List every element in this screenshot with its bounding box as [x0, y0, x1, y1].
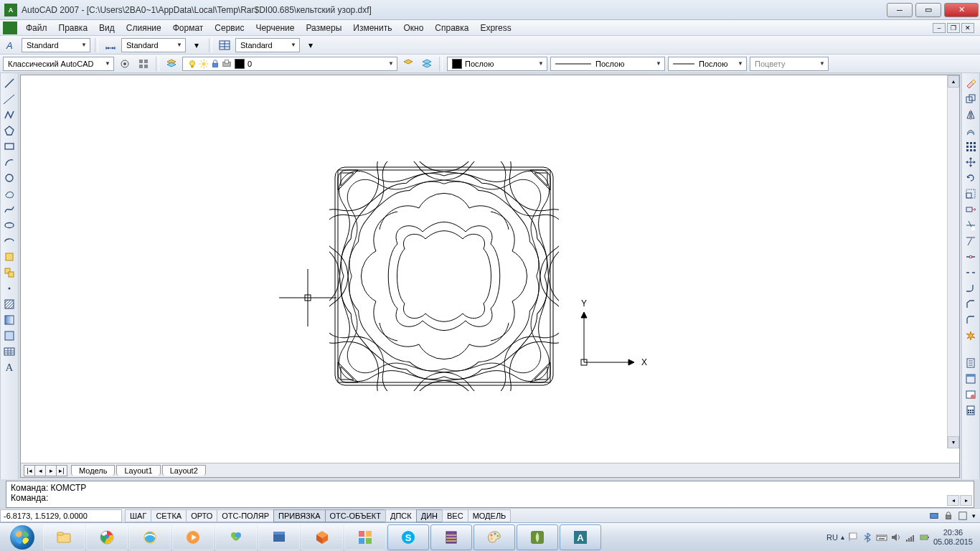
taskbar-app3[interactable]: [344, 524, 386, 550]
copy-icon[interactable]: [963, 92, 978, 106]
scroll-up-icon[interactable]: ▴: [948, 75, 959, 88]
line-icon[interactable]: [2, 76, 17, 90]
taskbar-corel[interactable]: [517, 524, 558, 550]
taskbar-winrar[interactable]: [430, 524, 472, 550]
xline-icon[interactable]: [2, 92, 17, 106]
move-icon[interactable]: [963, 155, 978, 169]
menu-view[interactable]: Вид: [93, 22, 121, 34]
ssm-icon[interactable]: [963, 356, 978, 370]
block-insert-icon[interactable]: [2, 250, 17, 264]
status-вес[interactable]: ВЕС: [442, 509, 468, 522]
menu-express[interactable]: Express: [474, 22, 517, 34]
workspace-settings-icon[interactable]: [117, 56, 133, 72]
tray-clock[interactable]: 20:36 05.08.2015: [933, 528, 973, 547]
menu-window[interactable]: Окно: [397, 22, 429, 34]
scroll-left-icon[interactable]: ◂: [947, 495, 959, 506]
tab-prev-icon[interactable]: ◂: [34, 465, 46, 476]
region-icon[interactable]: [2, 329, 17, 343]
taskbar-app2[interactable]: [301, 524, 343, 550]
clean-screen-icon[interactable]: [958, 511, 968, 521]
spline-icon[interactable]: [2, 202, 17, 217]
menu-insert[interactable]: Слияние: [121, 22, 167, 34]
table-style-icon[interactable]: [217, 37, 232, 53]
status-отс-поляр[interactable]: ОТС-ПОЛЯР: [217, 509, 274, 522]
tab-last-icon[interactable]: ▸|: [56, 465, 67, 476]
tab-layout1[interactable]: Layout1: [116, 465, 160, 476]
menu-dimension[interactable]: Размеры: [300, 22, 347, 34]
tray-show-hidden-icon[interactable]: ▴: [841, 533, 844, 541]
toolbar-lock-icon[interactable]: [136, 56, 151, 72]
app-menu-icon[interactable]: [3, 22, 17, 34]
explode-icon[interactable]: [963, 329, 978, 343]
dim-style-icon[interactable]: [103, 37, 118, 53]
taskbar-chrome[interactable]: [86, 524, 128, 550]
table-style-flyout-icon[interactable]: ▾: [303, 37, 319, 53]
block-make-icon[interactable]: [2, 265, 17, 280]
menu-draw[interactable]: Черчение: [250, 22, 300, 34]
tray-flag-icon[interactable]: [847, 532, 859, 543]
table-icon[interactable]: [2, 344, 17, 359]
mirror-icon[interactable]: [963, 108, 978, 122]
stretch-icon[interactable]: [963, 202, 978, 217]
menu-modify[interactable]: Изменить: [347, 22, 397, 34]
taskbar-paint[interactable]: [473, 524, 515, 550]
lineweight-combo[interactable]: Послою▼: [668, 57, 747, 71]
taskbar-autocad[interactable]: A: [560, 524, 601, 550]
point-icon[interactable]: [2, 281, 17, 296]
offset-icon[interactable]: [963, 123, 978, 138]
tray-keyboard-icon[interactable]: [876, 532, 887, 543]
polyline-icon[interactable]: [2, 108, 17, 122]
join-icon[interactable]: [963, 281, 978, 296]
taskbar-skype[interactable]: S: [387, 524, 429, 550]
arc-icon[interactable]: [2, 155, 17, 169]
extend-icon[interactable]: [963, 234, 978, 248]
menu-format[interactable]: Формат: [167, 22, 209, 34]
status-орто[interactable]: ОРТО: [186, 509, 217, 522]
tab-next-icon[interactable]: ▸: [45, 465, 57, 476]
status-дин[interactable]: ДИН: [416, 509, 443, 522]
status-отс-объект[interactable]: ОТС-ОБЪЕКТ: [325, 509, 386, 522]
revcloud-icon[interactable]: [2, 187, 17, 201]
trim-icon[interactable]: [963, 218, 978, 232]
layer-combo[interactable]: 0 ▼: [182, 57, 397, 71]
color-combo[interactable]: Послою▼: [447, 57, 547, 71]
rectangle-icon[interactable]: [2, 139, 17, 154]
tray-battery-icon[interactable]: [919, 532, 930, 543]
maximize-button[interactable]: ▭: [915, 3, 941, 17]
break-icon[interactable]: [963, 265, 978, 280]
polygon-icon[interactable]: [2, 123, 17, 138]
mdi-minimize-button[interactable]: –: [933, 23, 946, 33]
tray-lang[interactable]: RU: [826, 533, 838, 542]
tool-palettes-icon[interactable]: [963, 372, 978, 386]
layer-manager-icon[interactable]: [164, 56, 179, 72]
start-button[interactable]: [3, 524, 42, 550]
lock-ui-icon[interactable]: [943, 511, 953, 521]
status-tray-arrow-icon[interactable]: ▾: [972, 512, 976, 519]
gradient-icon[interactable]: [2, 313, 17, 327]
dim-style-combo[interactable]: Standard▼: [121, 38, 186, 52]
plotstyle-combo[interactable]: Поцвету▼: [750, 57, 829, 71]
mdi-restore-button[interactable]: ❐: [947, 23, 960, 33]
scroll-right-icon[interactable]: ▸: [960, 495, 972, 506]
taskbar-ie[interactable]: [129, 524, 171, 550]
drawing-canvas[interactable]: X Y ▴ ▾: [21, 75, 959, 463]
menu-help[interactable]: Справка: [429, 22, 474, 34]
menu-tools[interactable]: Сервис: [209, 22, 250, 34]
tray-network-icon[interactable]: [905, 532, 916, 543]
status-шаг[interactable]: ШАГ: [125, 509, 151, 522]
mtext-icon[interactable]: A: [2, 360, 17, 375]
mdi-close-button[interactable]: ✕: [961, 23, 974, 33]
scroll-down-icon[interactable]: ▾: [948, 436, 959, 448]
coords-display[interactable]: -6.8173, 1.5129, 0.0000: [0, 509, 122, 522]
text-style-icon[interactable]: A: [3, 37, 19, 53]
taskbar-wmp[interactable]: [172, 524, 214, 550]
minimize-button[interactable]: ─: [887, 3, 913, 17]
tab-first-icon[interactable]: |◂: [24, 465, 35, 476]
status-дпск[interactable]: ДПСК: [385, 509, 417, 522]
table-style-combo[interactable]: Standard▼: [235, 38, 300, 52]
scale-icon[interactable]: [963, 187, 978, 201]
comm-center-icon[interactable]: [929, 511, 939, 521]
fillet-icon[interactable]: [963, 313, 978, 327]
ellipse-arc-icon[interactable]: [2, 234, 17, 248]
erase-icon[interactable]: [963, 76, 978, 90]
